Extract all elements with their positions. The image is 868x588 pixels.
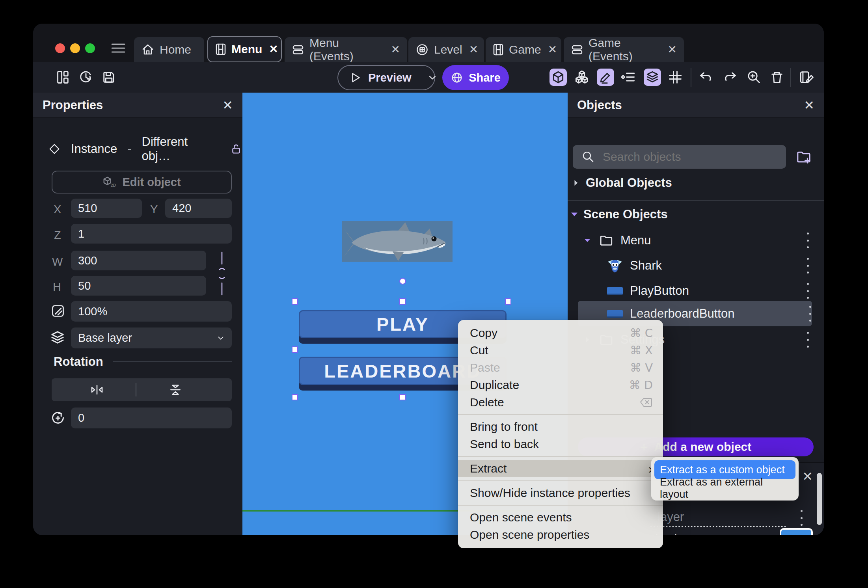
trash-button[interactable] xyxy=(768,69,786,86)
rotation-section-header: Rotation xyxy=(54,355,232,369)
tab-game-events[interactable]: Game (Events) ✕ xyxy=(564,37,684,62)
chevron-down-icon xyxy=(216,333,225,343)
tab-close-icon[interactable]: ✕ xyxy=(391,44,400,55)
kebab-menu-icon[interactable] xyxy=(806,283,810,299)
hamburger-menu-icon[interactable] xyxy=(110,41,126,55)
layers-tool-button[interactable] xyxy=(644,69,661,86)
selection-handle-mid-left[interactable] xyxy=(292,346,298,353)
tab-game[interactable]: Game ✕ xyxy=(486,37,561,62)
menu-item-show-hide-instance-properties[interactable]: Show/Hide instance properties xyxy=(458,484,663,502)
h-field[interactable] xyxy=(71,276,206,296)
tab-close-icon[interactable]: ✕ xyxy=(469,44,478,55)
z-field[interactable] xyxy=(71,224,232,244)
film-icon xyxy=(215,43,226,56)
kebab-menu-icon[interactable] xyxy=(806,258,810,274)
close-window-button[interactable] xyxy=(55,43,65,53)
maximize-window-button[interactable] xyxy=(85,43,95,53)
objects-3d-tool-button[interactable] xyxy=(549,69,567,86)
tab-close-icon[interactable]: ✕ xyxy=(269,44,278,55)
tab-menu[interactable]: Menu ✕ xyxy=(207,36,282,62)
level-icon xyxy=(415,43,429,56)
tab-level[interactable]: Level ✕ xyxy=(408,37,484,62)
blocks-tool-button[interactable] xyxy=(573,69,590,86)
menu-item-bring-to-front[interactable]: Bring to front xyxy=(458,418,663,435)
chevron-down-icon[interactable] xyxy=(427,72,438,84)
kebab-menu-icon[interactable] xyxy=(799,510,803,526)
chevron-down-icon xyxy=(582,235,593,246)
scrollbar-thumb[interactable] xyxy=(817,473,822,525)
background-color-swatch[interactable] xyxy=(780,528,813,535)
selection-handle-top-left[interactable] xyxy=(292,298,298,305)
add-folder-icon[interactable] xyxy=(795,149,812,165)
selection-handle-top-right[interactable] xyxy=(505,298,511,305)
search-box[interactable] xyxy=(573,145,786,169)
selection-handle-top-center[interactable] xyxy=(399,298,406,305)
x-field[interactable] xyxy=(71,199,142,218)
menu-item-paste: Paste⌘ V xyxy=(458,359,663,376)
search-input[interactable] xyxy=(602,150,786,164)
kebab-menu-icon[interactable] xyxy=(808,306,812,322)
submenu-item-extract-external-layout[interactable]: Extract as an external layout xyxy=(654,479,795,497)
global-objects-row[interactable]: Global Objects xyxy=(570,174,672,192)
tab-home[interactable]: Home xyxy=(134,37,204,62)
preview-button[interactable]: Preview xyxy=(337,65,435,90)
share-label: Share xyxy=(469,71,501,84)
edit-tool-button[interactable] xyxy=(597,69,614,86)
flip-horizontal-icon[interactable] xyxy=(89,383,105,397)
minimize-window-button[interactable] xyxy=(70,43,80,53)
z-label: Z xyxy=(54,229,61,242)
divider xyxy=(136,383,136,396)
tree-folder-menu[interactable]: Menu xyxy=(582,231,651,250)
rotate-handle[interactable] xyxy=(399,278,406,285)
selection-handle-bottom-center[interactable] xyxy=(399,394,406,400)
toggle-panels-button[interactable] xyxy=(54,69,72,86)
tab-close-icon[interactable]: ✕ xyxy=(668,44,677,55)
shark-sprite[interactable] xyxy=(342,221,453,262)
tab-close-icon[interactable]: ✕ xyxy=(548,44,557,55)
menu-item-send-to-back[interactable]: Send to back xyxy=(458,435,663,453)
selection-handle-bottom-left[interactable] xyxy=(292,394,298,400)
menu-item-open-scene-properties[interactable]: Open scene properties xyxy=(458,526,663,543)
menu-item-open-scene-events[interactable]: Open scene events xyxy=(458,509,663,526)
share-button[interactable]: Share xyxy=(442,65,509,90)
link-wh-icon[interactable] xyxy=(215,251,229,296)
save-button[interactable] xyxy=(100,69,117,86)
menu-item-copy[interactable]: Copy⌘ C xyxy=(458,324,663,342)
scene-objects-row[interactable]: Scene Objects xyxy=(568,206,668,223)
menu-item-duplicate[interactable]: Duplicate⌘ D xyxy=(458,376,663,394)
rotation-field[interactable] xyxy=(71,408,232,428)
divider xyxy=(691,68,691,87)
close-icon[interactable]: ✕ xyxy=(804,98,814,113)
menu-item-delete[interactable]: Delete xyxy=(458,394,663,411)
tab-label: Home xyxy=(160,43,191,56)
diamond-icon xyxy=(48,143,61,155)
kebab-menu-icon[interactable] xyxy=(806,332,810,348)
grid-tool-button[interactable] xyxy=(667,69,684,86)
redo-button[interactable] xyxy=(722,69,739,86)
undo-button[interactable] xyxy=(697,69,714,86)
extract-submenu: Extract as a custom object Extract as an… xyxy=(651,457,799,501)
unlock-icon[interactable] xyxy=(230,143,242,155)
w-field[interactable] xyxy=(71,251,206,270)
history-button[interactable] xyxy=(77,69,95,86)
opacity-field[interactable] xyxy=(71,301,232,322)
instance-properties-button[interactable] xyxy=(619,69,637,86)
y-field[interactable] xyxy=(165,199,232,218)
flip-vertical-icon[interactable] xyxy=(168,382,183,397)
tree-item-shark[interactable]: Shark xyxy=(607,255,662,276)
close-icon[interactable]: ✕ xyxy=(222,98,233,113)
search-icon xyxy=(581,150,595,164)
menu-item-extract[interactable]: Extract› xyxy=(458,460,663,477)
tree-item-playbutton[interactable]: PlayButton xyxy=(607,281,689,301)
kebab-menu-icon[interactable] xyxy=(806,233,810,248)
close-icon[interactable]: ✕ xyxy=(802,469,813,484)
edit-object-button[interactable]: 2D Edit object xyxy=(52,171,232,194)
delete-key-icon xyxy=(639,397,653,408)
menu-divider xyxy=(458,414,663,415)
button-thumbnail xyxy=(607,310,623,318)
menu-item-cut[interactable]: Cut⌘ X xyxy=(458,342,663,359)
zoom-in-button[interactable] xyxy=(745,69,763,86)
tab-menu-events[interactable]: Menu (Events) ✕ xyxy=(285,37,407,62)
edit-scene-button[interactable] xyxy=(799,69,816,86)
layer-select[interactable]: Base layer xyxy=(71,327,232,348)
